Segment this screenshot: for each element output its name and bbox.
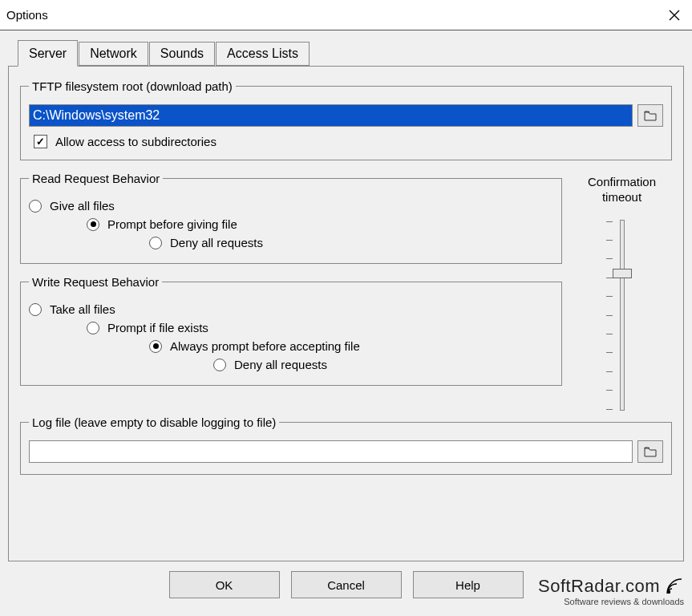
confirmation-timeout-slider[interactable]: [606, 215, 638, 415]
options-dialog: Options Server Network Sounds Access Lis…: [0, 0, 692, 616]
cancel-button[interactable]: Cancel: [291, 571, 402, 598]
write-deny-label: Deny all requests: [234, 358, 327, 371]
tab-access-lists[interactable]: Access Lists: [216, 42, 310, 66]
root-path-value: C:\Windows\system32: [30, 105, 632, 126]
tab-sounds[interactable]: Sounds: [149, 42, 215, 66]
browse-root-button[interactable]: [637, 104, 663, 127]
slider-tick: [606, 278, 613, 278]
tab-server[interactable]: Server: [18, 40, 78, 67]
write-always-prompt-label: Always prompt before accepting file: [170, 339, 360, 353]
write-take-all-label: Take all files: [50, 302, 115, 316]
write-radio-take-all[interactable]: [29, 303, 42, 316]
write-radio-deny[interactable]: [213, 359, 226, 371]
tab-network[interactable]: Network: [79, 42, 148, 66]
slider-tick: [606, 390, 613, 391]
folder-icon: [644, 110, 657, 121]
read-deny-label: Deny all requests: [170, 236, 263, 249]
write-radio-always-prompt[interactable]: [149, 340, 162, 353]
group-read-legend: Read Request Behavior: [29, 172, 163, 185]
write-prompt-exists-label: Prompt if file exists: [107, 321, 208, 334]
close-button[interactable]: [656, 0, 692, 30]
folder-icon: [644, 446, 657, 457]
root-path-input[interactable]: C:\Windows\system32: [29, 104, 633, 127]
log-file-input[interactable]: [29, 440, 633, 463]
slider-thumb[interactable]: [613, 269, 632, 278]
group-write-legend: Write Request Behavior: [29, 275, 162, 289]
read-radio-prompt[interactable]: [87, 218, 99, 231]
read-radio-give-all[interactable]: [29, 200, 42, 213]
slider-tick: [606, 334, 613, 334]
window-title: Options: [6, 8, 656, 22]
titlebar: Options: [0, 0, 692, 30]
slider-tick: [606, 352, 613, 353]
group-log: Log file (leave empty to disable logging…: [20, 415, 672, 475]
browse-log-button[interactable]: [637, 440, 663, 463]
tab-panel-server: TFTP filesystem root (download path) C:\…: [8, 66, 684, 561]
confirmation-timeout-label: Confirmation timeout: [572, 175, 672, 205]
slider-tick: [606, 258, 613, 259]
group-read: Read Request Behavior Give all files Pro…: [20, 172, 562, 264]
slider-tick: [606, 240, 613, 241]
slider-tick: [606, 221, 613, 222]
slider-tick: [606, 315, 613, 316]
ok-button[interactable]: OK: [169, 571, 280, 598]
tab-strip: Server Network Sounds Access Lists: [18, 40, 684, 66]
read-radio-deny[interactable]: [149, 237, 162, 249]
slider-tick: [606, 296, 613, 297]
client-area: Server Network Sounds Access Lists TFTP …: [0, 30, 692, 616]
help-button[interactable]: Help: [413, 571, 524, 598]
write-radio-prompt-exists[interactable]: [87, 322, 99, 334]
slider-tick: [606, 371, 613, 372]
slider-tick: [606, 409, 613, 410]
read-prompt-label: Prompt before giving file: [107, 217, 237, 231]
group-write: Write Request Behavior Take all files Pr…: [20, 275, 562, 386]
read-give-all-label: Give all files: [50, 199, 115, 213]
group-root: TFTP filesystem root (download path) C:\…: [20, 79, 672, 160]
subdirs-checkbox[interactable]: [34, 135, 47, 148]
log-file-value: [30, 441, 632, 462]
group-root-legend: TFTP filesystem root (download path): [29, 79, 236, 93]
slider-track: [620, 220, 625, 411]
dialog-button-bar: OK Cancel Help: [8, 561, 684, 608]
confirmation-timeout-panel: Confirmation timeout: [572, 172, 672, 415]
subdirs-label: Allow access to subdirectories: [55, 135, 217, 148]
close-icon: [669, 10, 680, 21]
group-log-legend: Log file (leave empty to disable logging…: [29, 415, 279, 429]
